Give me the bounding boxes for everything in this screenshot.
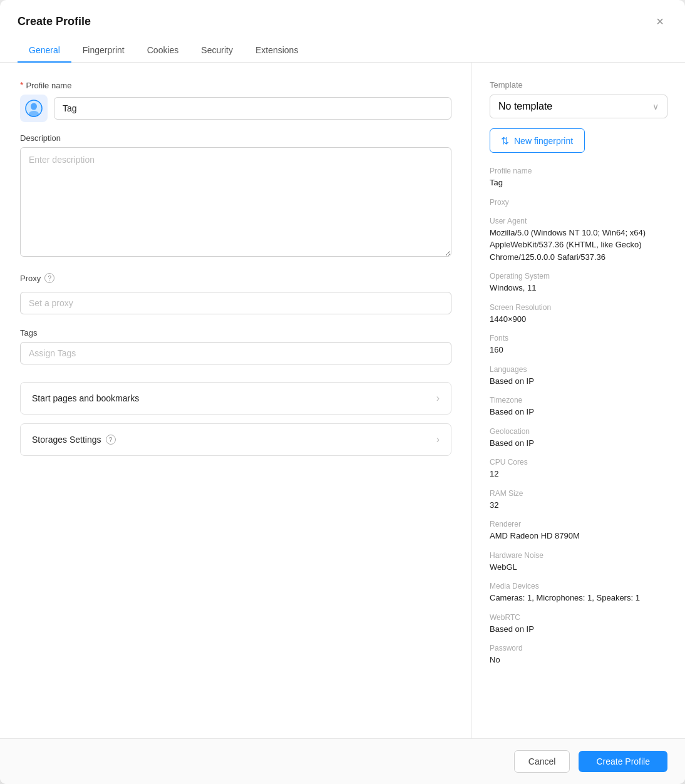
info-hardware-noise-val: WebGL xyxy=(490,561,667,574)
info-hardware-noise: Hardware Noise WebGL xyxy=(490,551,667,574)
info-password-key: Password xyxy=(490,644,667,652)
tags-section: Tags xyxy=(20,328,451,364)
info-languages: Languages Based on IP xyxy=(490,365,667,388)
info-fonts-key: Fonts xyxy=(490,334,667,343)
info-fonts-val: 160 xyxy=(490,344,667,356)
tags-label: Tags xyxy=(20,328,451,338)
info-proxy: Proxy xyxy=(490,198,667,208)
modal-title: Create Profile xyxy=(18,15,91,28)
info-media-devices: Media Devices Cameras: 1, Microphones: 1… xyxy=(490,582,667,604)
info-languages-val: Based on IP xyxy=(490,375,667,388)
info-ram: RAM Size 32 xyxy=(490,489,667,512)
close-button[interactable]: × xyxy=(652,14,667,29)
right-panel: Template No template ∨ ⇄ New fingerprint… xyxy=(472,63,685,738)
modal-footer: Cancel Create Profile xyxy=(0,738,685,784)
info-password-val: No xyxy=(490,654,667,666)
proxy-label: Proxy xyxy=(20,274,41,283)
info-cpu-val: 12 xyxy=(490,468,667,480)
profile-name-input[interactable] xyxy=(54,97,451,120)
storage-settings-row[interactable]: Storages Settings ? › xyxy=(20,423,451,456)
info-os-val: Windows, 11 xyxy=(490,282,667,294)
info-os-key: Operating System xyxy=(490,272,667,281)
left-panel: * Profile name Description xyxy=(0,63,472,738)
proxy-label-row: Proxy ? xyxy=(20,273,451,283)
info-screen-key: Screen Resolution xyxy=(490,303,667,312)
info-ram-val: 32 xyxy=(490,499,667,512)
tags-input[interactable] xyxy=(20,342,451,364)
info-fonts: Fonts 160 xyxy=(490,334,667,356)
tab-general[interactable]: General xyxy=(18,39,71,63)
info-password: Password No xyxy=(490,644,667,666)
start-pages-chevron-icon: › xyxy=(436,393,440,404)
profile-name-label-row: * Profile name xyxy=(20,80,451,90)
fingerprint-icon: ⇄ xyxy=(500,137,512,145)
create-profile-modal: Create Profile × General Fingerprint Coo… xyxy=(0,0,685,784)
info-os: Operating System Windows, 11 xyxy=(490,272,667,294)
info-ram-key: RAM Size xyxy=(490,489,667,498)
fingerprint-info-section: Profile name Tag Proxy User Agent Mozill… xyxy=(490,167,667,675)
storage-settings-chevron-icon: › xyxy=(436,434,440,445)
info-webrtc-val: Based on IP xyxy=(490,623,667,636)
tab-fingerprint[interactable]: Fingerprint xyxy=(71,39,136,63)
description-section: Description xyxy=(20,133,451,259)
template-label: Template xyxy=(490,80,667,90)
info-timezone-key: Timezone xyxy=(490,396,667,405)
info-cpu-key: CPU Cores xyxy=(490,458,667,467)
proxy-help-icon[interactable]: ? xyxy=(44,273,54,283)
info-user-agent-key: User Agent xyxy=(490,217,667,225)
new-fingerprint-button[interactable]: ⇄ New fingerprint xyxy=(490,128,585,153)
storage-settings-label: Storages Settings xyxy=(32,435,101,445)
tab-security[interactable]: Security xyxy=(190,39,244,63)
info-renderer: Renderer AMD Radeon HD 8790M xyxy=(490,520,667,542)
profile-name-label: Profile name xyxy=(26,81,71,90)
tab-extensions[interactable]: Extensions xyxy=(244,39,309,63)
info-cpu: CPU Cores 12 xyxy=(490,458,667,480)
start-pages-label: Start pages and bookmarks xyxy=(32,393,139,403)
info-screen-val: 1440×900 xyxy=(490,313,667,326)
start-pages-row[interactable]: Start pages and bookmarks › xyxy=(20,382,451,415)
info-hardware-noise-key: Hardware Noise xyxy=(490,551,667,560)
info-geolocation-val: Based on IP xyxy=(490,437,667,450)
info-timezone: Timezone Based on IP xyxy=(490,396,667,418)
info-renderer-val: AMD Radeon HD 8790M xyxy=(490,530,667,542)
info-profile-name-key: Profile name xyxy=(490,167,667,175)
storage-help-icon[interactable]: ? xyxy=(106,435,116,445)
create-profile-button[interactable]: Create Profile xyxy=(579,751,667,772)
proxy-input[interactable] xyxy=(20,292,451,314)
info-screen: Screen Resolution 1440×900 xyxy=(490,303,667,326)
info-geolocation: Geolocation Based on IP xyxy=(490,427,667,450)
info-profile-name: Profile name Tag xyxy=(490,167,667,189)
template-select[interactable]: No template ∨ xyxy=(490,95,667,118)
svg-point-2 xyxy=(29,111,39,117)
tab-bar: General Fingerprint Cookies Security Ext… xyxy=(0,33,685,63)
profile-name-row xyxy=(20,95,451,122)
tab-cookies[interactable]: Cookies xyxy=(136,39,190,63)
info-media-devices-key: Media Devices xyxy=(490,582,667,591)
description-label: Description xyxy=(20,133,451,143)
template-chevron-icon: ∨ xyxy=(652,101,659,111)
template-value: No template xyxy=(498,101,552,112)
info-webrtc-key: WebRTC xyxy=(490,613,667,622)
info-languages-key: Languages xyxy=(490,365,667,374)
profile-avatar-icon[interactable] xyxy=(20,95,48,122)
info-media-devices-val: Cameras: 1, Microphones: 1, Speakers: 1 xyxy=(490,592,667,604)
info-timezone-val: Based on IP xyxy=(490,406,667,418)
info-user-agent: User Agent Mozilla/5.0 (Windows NT 10.0;… xyxy=(490,217,667,264)
info-user-agent-val: Mozilla/5.0 (Windows NT 10.0; Win64; x64… xyxy=(490,227,667,264)
required-star: * xyxy=(20,80,23,90)
svg-point-1 xyxy=(31,103,37,110)
info-renderer-key: Renderer xyxy=(490,520,667,529)
modal-body: * Profile name Description xyxy=(0,63,685,738)
proxy-section: Proxy ? xyxy=(20,273,451,314)
cancel-button[interactable]: Cancel xyxy=(514,750,570,773)
description-textarea[interactable] xyxy=(20,147,451,257)
new-fingerprint-label: New fingerprint xyxy=(514,136,573,146)
info-profile-name-val: Tag xyxy=(490,177,667,189)
info-proxy-key: Proxy xyxy=(490,198,667,207)
modal-header: Create Profile × xyxy=(0,0,685,29)
info-webrtc: WebRTC Based on IP xyxy=(490,613,667,636)
info-geolocation-key: Geolocation xyxy=(490,427,667,436)
